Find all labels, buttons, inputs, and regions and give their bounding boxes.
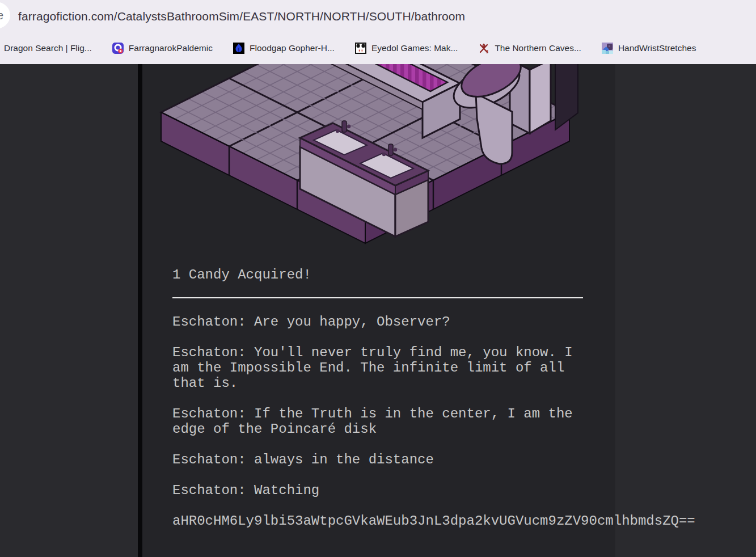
dialogue-line: Eschaton: If the Truth is in the center,… (172, 406, 583, 437)
bookmark-floodgap[interactable]: f Floodgap Gopher-H... (233, 43, 335, 54)
page-viewport: 1 Candy Acquired! Eschaton: Are you happ… (0, 64, 756, 557)
dialogue-line: Eschaton: Watching (172, 483, 583, 498)
red-sigil-icon: 3 (478, 43, 489, 54)
bookmark-eyedol[interactable]: Eyedol Games: Mak... (355, 43, 458, 54)
game-scene[interactable] (142, 64, 615, 251)
dialogue-log: Eschaton: Are you happy, Observer?Eschat… (172, 314, 583, 498)
bookmark-label: FarragnarokPaldemic (129, 43, 213, 53)
bookmark-label: Dragon Search | Flig... (4, 43, 92, 53)
site-avatar-letter: e (0, 9, 3, 22)
bookmark-northern-caves[interactable]: 3 The Northern Caves... (478, 43, 581, 54)
content-left-border (138, 64, 142, 557)
game-column: 1 Candy Acquired! Eschaton: Are you happ… (142, 64, 615, 557)
black-white-face-icon (355, 43, 366, 54)
encoded-string: aHR0cHM6Ly9lbi53aWtpcGVkaWEub3JnL3dpa2kv… (172, 513, 583, 529)
bookmarks-bar: Dragon Search | Flig... FarragnarokPalde… (0, 32, 756, 64)
dialogue-line: Eschaton: always in the distance (172, 452, 583, 467)
candy-status: 1 Candy Acquired! (172, 267, 583, 282)
site-avatar[interactable]: e (0, 2, 10, 29)
bookmark-label: Floodgap Gopher-H... (250, 43, 335, 53)
dark-wall-pillar (555, 64, 578, 130)
bookmark-label: Eyedol Games: Mak... (371, 43, 458, 53)
bookmark-dragon-search[interactable]: Dragon Search | Flig... (4, 43, 92, 53)
bookmark-label: HandWristStretches (618, 43, 696, 53)
url-field[interactable]: farragofiction.com/CatalystsBathroomSim/… (18, 0, 465, 32)
dialogue-line: Eschaton: You'll never truly find me, yo… (172, 345, 583, 391)
bookmark-handwriststretches[interactable]: HandWristStretches (602, 43, 696, 54)
bookmark-farragnarok[interactable]: FarragnarokPaldemic (112, 43, 213, 54)
url-bar[interactable]: e farragofiction.com/CatalystsBathroomSi… (0, 0, 756, 32)
divider-rule (172, 297, 583, 298)
blue-gopher-flame-icon: f (233, 43, 244, 54)
game-text-log: 1 Candy Acquired! Eschaton: Are you happ… (142, 267, 615, 529)
purple-record-icon (112, 43, 124, 54)
browser-chrome: e farragofiction.com/CatalystsBathroomSi… (0, 0, 756, 64)
svg-text:3: 3 (486, 49, 488, 54)
dialogue-line: Eschaton: Are you happy, Observer? (172, 314, 583, 330)
pixel-pony-icon (602, 43, 613, 54)
bookmark-label: The Northern Caves... (495, 43, 581, 53)
svg-text:f: f (238, 46, 240, 53)
